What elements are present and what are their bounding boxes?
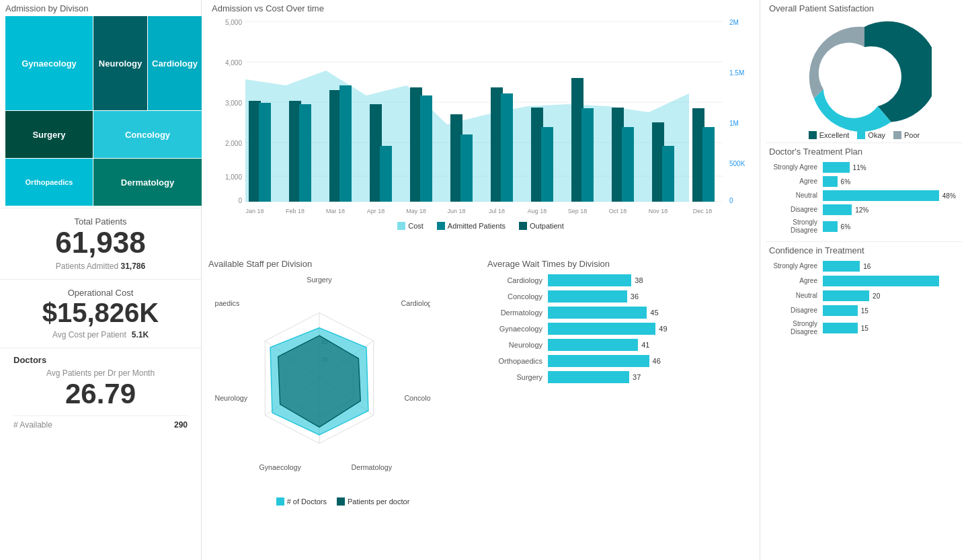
op-cost-value: $15,826K [13, 298, 188, 327]
svg-text:paedics: paedics [214, 299, 239, 307]
confidence-title: Confidence in Treatment [769, 245, 959, 255]
svg-text:Jan 18: Jan 18 [245, 208, 264, 214]
svg-text:Aug 18: Aug 18 [528, 208, 547, 214]
svg-text:54%: 54% [866, 70, 886, 81]
satisfaction-title: Overall Patient Satisfaction [769, 3, 959, 13]
treemap-title: Admission by Divison [5, 3, 196, 13]
svg-rect-37 [541, 127, 553, 202]
svg-text:Dermatology: Dermatology [351, 463, 392, 471]
wait-time-row: Dermatology 45 [487, 307, 750, 319]
radar-legend-doctors: # of Doctors [276, 497, 327, 506]
svg-rect-40 [662, 146, 674, 202]
svg-text:May 18: May 18 [406, 208, 426, 214]
legend-cost: Cost [397, 222, 424, 230]
svg-rect-30 [259, 103, 271, 202]
svg-rect-33 [380, 146, 392, 202]
svg-text:1.5M: 1.5M [729, 69, 744, 77]
treemap-gynaecology[interactable]: Gynaecology [5, 16, 93, 110]
svg-rect-39 [622, 127, 634, 202]
treemap-dermatology[interactable]: Dermatology [93, 159, 202, 206]
treemap-neurology[interactable]: Neurology [93, 16, 147, 110]
avg-patients-label: Avg Patients per Dr per Month [13, 368, 188, 378]
svg-text:Surgery: Surgery [307, 276, 332, 284]
satisfaction-excellent-legend: Excellent [809, 131, 850, 139]
treatment-bar-row: Disagree 12% [769, 204, 959, 215]
svg-text:Neurology: Neurology [214, 394, 247, 402]
doctors-section-label: Doctors [13, 355, 188, 365]
total-patients-label: Total Patients [13, 216, 188, 227]
svg-text:Sep 18: Sep 18 [568, 208, 588, 214]
satisfaction-donut: 54% 23% 23% [797, 17, 932, 134]
avg-patients-value: 26.79 [13, 378, 188, 410]
wait-time-row: Gynaecology 49 [487, 323, 750, 335]
svg-text:Dec 18: Dec 18 [693, 208, 713, 214]
confidence-bar-row: Neutral 20 [769, 290, 959, 301]
svg-rect-36 [501, 93, 513, 202]
treemap-orthopaedics[interactable]: Orthopaedics [5, 159, 93, 206]
treemap-surgery[interactable]: Surgery [5, 111, 93, 158]
svg-rect-34 [420, 95, 432, 202]
svg-text:Feb 18: Feb 18 [286, 208, 305, 214]
svg-text:Jul 18: Jul 18 [489, 208, 505, 214]
patients-admitted-row: Patients Admitted 31,786 [13, 262, 188, 271]
svg-text:Apr 18: Apr 18 [367, 208, 385, 214]
svg-text:23%: 23% [830, 58, 844, 67]
svg-text:1M: 1M [729, 120, 739, 127]
wait-time-row: Concology 36 [487, 290, 750, 303]
svg-text:2M: 2M [729, 19, 739, 26]
svg-text:3,000: 3,000 [225, 99, 242, 107]
confidence-bar-row: Agree [769, 276, 959, 286]
svg-text:23%: 23% [842, 104, 856, 112]
op-cost-label: Operational Cost [13, 288, 188, 298]
svg-text:500K: 500K [729, 160, 745, 167]
confidence-bar-row: Strongly Agree 16 [769, 261, 959, 272]
available-label: # Available [13, 420, 52, 430]
available-value: 290 [174, 420, 188, 430]
svg-text:Gynaecology: Gynaecology [259, 463, 301, 471]
radar-legend-patients: Patients per doctor [337, 497, 409, 506]
avg-cost-label: Avg Cost per Patient [52, 330, 126, 339]
satisfaction-okay-legend: Okay [857, 131, 885, 139]
treatment-bar-row: Neutral 48% [769, 190, 959, 201]
treatment-plan-title: Doctor's Treatment Plan [769, 147, 959, 157]
total-patients-value: 61,938 [13, 227, 188, 259]
confidence-bar-row: Strongly Disagree 15 [769, 320, 959, 336]
svg-text:Nov 18: Nov 18 [649, 208, 668, 214]
svg-text:0: 0 [238, 197, 242, 204]
treatment-bar-row: Strongly Disagree 6% [769, 218, 959, 235]
treemap-concology[interactable]: Concology [93, 111, 202, 158]
legend-admitted: Admitted Patients [437, 222, 506, 230]
svg-text:Concolo...: Concolo... [404, 394, 430, 402]
adm-cost-chart: 5,000 4,000 3,000 2,000 1,000 0 2M 1.5M … [212, 15, 750, 223]
wait-time-row: Surgery 37 [487, 371, 750, 383]
staff-radar-chart: Surgery Cardiology Concolo... Dermatolog… [208, 270, 430, 506]
wait-time-row: Cardiology 38 [487, 274, 750, 286]
treemap-cardiology[interactable]: Cardiology [148, 16, 202, 110]
svg-rect-41 [702, 127, 715, 202]
svg-rect-32 [339, 85, 352, 202]
confidence-bar-row: Disagree 15 [769, 305, 959, 316]
treatment-plan-chart: Strongly Agree 11% Agree 6% Neutral 48% … [769, 162, 959, 235]
wait-time-row: Neurology 41 [487, 339, 750, 351]
svg-text:5,000: 5,000 [225, 19, 242, 26]
svg-text:2,000: 2,000 [225, 140, 242, 147]
svg-text:Oct 18: Oct 18 [609, 208, 627, 214]
staff-radar-title: Available Staff per Division [208, 259, 477, 269]
svg-rect-38 [581, 108, 594, 202]
svg-text:Cardiology: Cardiology [401, 299, 430, 307]
treatment-bar-row: Strongly Agree 11% [769, 162, 959, 173]
legend-outpatient: Outpatient [519, 222, 564, 230]
wait-time-row: Orthopaedics 46 [487, 355, 750, 367]
wait-times-chart: Cardiology 38 Concology 36 Dermatology 4… [487, 274, 750, 383]
wait-times-title: Average Wait Times by Division [487, 259, 750, 269]
svg-rect-31 [299, 104, 311, 202]
satisfaction-poor-legend: Poor [893, 131, 920, 139]
svg-text:Jun 18: Jun 18 [447, 208, 465, 214]
svg-text:1,000: 1,000 [225, 173, 242, 181]
confidence-chart: Strongly Agree 16 Agree Neutral 20 Disag… [769, 261, 959, 336]
svg-rect-35 [460, 134, 473, 202]
adm-cost-title: Admission vs Cost Over time [212, 3, 750, 13]
treatment-bar-row: Agree 6% [769, 176, 959, 187]
svg-text:4,000: 4,000 [225, 59, 242, 67]
avg-cost-value: 5.1K [132, 330, 149, 339]
